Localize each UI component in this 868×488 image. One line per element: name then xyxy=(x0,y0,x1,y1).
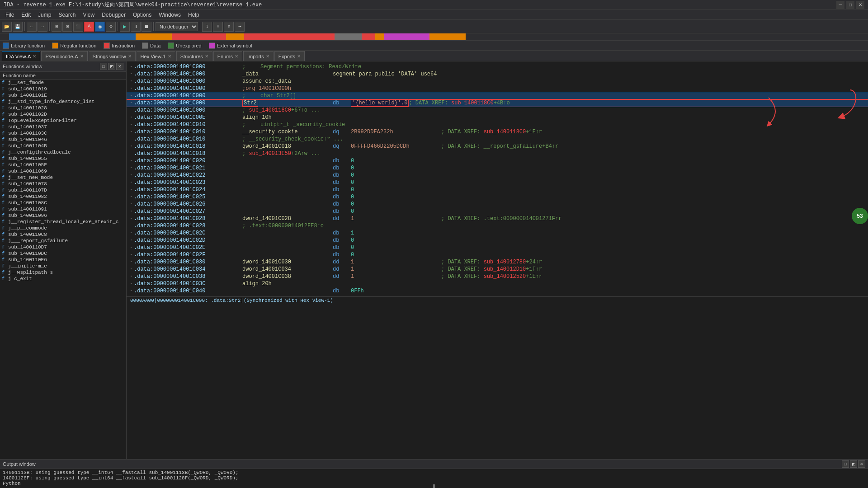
function-list-item[interactable]: fj___report_gsfailure xyxy=(0,238,126,244)
disasm-line[interactable]: ·.data:000000014001C010__security_cookie… xyxy=(127,128,868,136)
functions-panel-float[interactable]: ✕ xyxy=(116,63,123,70)
function-list-item[interactable]: fsub_140011082 xyxy=(0,193,126,200)
disasm-line[interactable]: ·.data:000000014001C034dword_14001C034dd… xyxy=(127,266,868,273)
disasm-line[interactable]: ·.data:000000014001C000 ;org 14001C000h xyxy=(127,85,868,92)
function-list-item[interactable]: fsub_140011028 xyxy=(0,105,126,111)
disasm-line[interactable]: ·.data:000000014001C028dword_14001C028dd… xyxy=(127,215,868,222)
function-list-item[interactable]: fj__set_fmode xyxy=(0,80,126,86)
toolbar-save[interactable]: 💾 xyxy=(13,22,23,32)
menu-edit[interactable]: Edit xyxy=(18,11,34,19)
function-list-item[interactable]: fj__std_type_info_destroy_list xyxy=(0,99,126,105)
function-list-item[interactable]: fj__initterm_e xyxy=(0,263,126,269)
function-list-item[interactable]: fsub_14001105F xyxy=(0,162,126,168)
disasm-line[interactable]: ·.data:000000014001C000; char Str2[] xyxy=(127,92,868,99)
function-list-item[interactable]: fsub_140011019 xyxy=(0,86,126,92)
toolbar-pause[interactable]: ⏸ xyxy=(131,22,141,32)
disasm-line[interactable]: ·.data:000000014001C023db 0 xyxy=(127,179,868,186)
function-list-item[interactable]: fsub_14001104B xyxy=(0,143,126,149)
disasm-line[interactable]: ·.data:000000014001C040db 0FFh xyxy=(127,287,868,295)
function-list-item[interactable]: fj__set_new_mode xyxy=(0,174,126,181)
function-list-item[interactable]: fsub_140011037 xyxy=(0,124,126,130)
function-list-item[interactable]: fsub_14001103C xyxy=(0,130,126,136)
functions-list[interactable]: fj__set_fmodefsub_140011019fsub_14001101… xyxy=(0,80,126,459)
toolbar-run[interactable]: ▶ xyxy=(120,22,130,32)
function-list-item[interactable]: fTopLevelExceptionFilter xyxy=(0,117,126,124)
function-list-item[interactable]: fj__register_thread_local_exe_atexit_c xyxy=(0,219,126,225)
tab-hex-view-1[interactable]: Hex View-1✕ xyxy=(137,51,175,61)
tab-ida-view-a[interactable]: IDA View-A✕ xyxy=(2,51,40,61)
tab-pseudocode-a[interactable]: Pseudocode-A✕ xyxy=(41,51,87,61)
function-list-item[interactable]: fsub_14001102D xyxy=(0,111,126,117)
toolbar-btn6[interactable]: ⚙ xyxy=(106,22,116,32)
minimize-button[interactable]: ─ xyxy=(836,1,844,9)
tab-enums[interactable]: Enums✕ xyxy=(213,51,242,61)
tab-close-button[interactable]: ✕ xyxy=(205,54,208,59)
function-list-item[interactable]: fsub_1400110D7 xyxy=(0,244,126,250)
menu-file[interactable]: File xyxy=(2,11,18,19)
disasm-line[interactable]: ·.data:000000014001C02Fdb 0 xyxy=(127,251,868,258)
disasm-line[interactable]: ·.data:000000014001C02Edb 0 xyxy=(127,244,868,251)
function-list-item[interactable]: fj__p__commode xyxy=(0,225,126,231)
toolbar-copy[interactable]: ⊞ xyxy=(52,22,61,32)
output-panel-x[interactable]: ✕ xyxy=(858,460,865,468)
toolbar-btn4[interactable]: A xyxy=(84,22,94,32)
function-list-item[interactable]: fsub_140011091 xyxy=(0,206,126,212)
tab-exports[interactable]: Exports✕ xyxy=(274,51,305,61)
toolbar-stop[interactable]: ⏹ xyxy=(142,22,151,32)
functions-panel-dock[interactable]: ◩ xyxy=(108,63,115,70)
tab-imports[interactable]: Imports✕ xyxy=(243,51,274,61)
disasm-line[interactable]: .data:000000014001C028 ; .text:000000014… xyxy=(127,222,868,230)
toolbar-step-over[interactable]: ⤵ xyxy=(202,22,212,32)
toolbar-btn3[interactable]: ⬛ xyxy=(73,22,83,32)
menu-options[interactable]: Options xyxy=(129,11,155,19)
tab-close-button[interactable]: ✕ xyxy=(33,54,36,59)
disasm-line[interactable]: ·.data:000000014001C027db 0 xyxy=(127,208,868,215)
function-list-item[interactable]: fsub_140011055 xyxy=(0,155,126,162)
function-list-item[interactable]: fsub_1400110C8 xyxy=(0,231,126,238)
function-list-item[interactable]: fsub_14001107D xyxy=(0,187,126,193)
function-list-item[interactable]: fsub_140011069 xyxy=(0,168,126,174)
toolbar-step-into[interactable]: ⇩ xyxy=(213,22,223,32)
toolbar-btn5[interactable]: ◉ xyxy=(95,22,105,32)
function-list-item[interactable]: fj__configthreadlocale xyxy=(0,149,126,155)
disasm-line[interactable]: ·.data:000000014001C03C align 20h xyxy=(127,280,868,287)
disasm-line[interactable]: ·.data:000000014001C030dword_14001C030dd… xyxy=(127,258,868,266)
function-list-item[interactable]: fsub_140011096 xyxy=(0,212,126,219)
output-panel-float[interactable]: ◩ xyxy=(850,460,857,468)
disasm-line[interactable]: ·.data:000000014001C02Cdb 1 xyxy=(127,230,868,237)
function-list-item[interactable]: fj__wsplitpath_s xyxy=(0,269,126,276)
tab-structures[interactable]: Structures✕ xyxy=(176,51,212,61)
disasm-line[interactable]: ·.data:000000014001C000Str2db'{hello_wor… xyxy=(127,99,868,107)
tab-close-button[interactable]: ✕ xyxy=(266,54,269,59)
function-list-item[interactable]: fsub_1400110E6 xyxy=(0,257,126,263)
functions-panel-close[interactable]: □ xyxy=(100,63,107,70)
tab-close-button[interactable]: ✕ xyxy=(168,54,171,59)
function-list-item[interactable]: fsub_140011078 xyxy=(0,181,126,187)
toolbar-paste[interactable]: ⊠ xyxy=(62,22,72,32)
disasm-line[interactable]: .data:000000014001C010 ; __security_chec… xyxy=(127,136,868,143)
disasm-line[interactable]: ·.data:000000014001C00E align 10h xyxy=(127,114,868,121)
function-list-item[interactable]: fsub_140011046 xyxy=(0,136,126,143)
debugger-selector[interactable]: No debugger xyxy=(156,22,198,31)
disasm-line[interactable]: ·.data:000000014001C024db 0 xyxy=(127,186,868,193)
disasm-line[interactable]: ·.data:000000014001C026db 0 xyxy=(127,201,868,208)
output-panel-close[interactable]: □ xyxy=(842,460,849,468)
disasm-line[interactable]: ·.data:000000014001C038dword_14001C038dd… xyxy=(127,273,868,280)
function-list-item[interactable]: fj c_exit xyxy=(0,276,126,282)
tab-close-button[interactable]: ✕ xyxy=(80,54,84,59)
disasm-line[interactable]: ·.data:000000014001C000_data segment par… xyxy=(127,70,868,78)
menu-search[interactable]: Search xyxy=(55,11,79,19)
disasm-line[interactable]: ·.data:000000014001C021db 0 xyxy=(127,164,868,172)
menu-debugger[interactable]: Debugger xyxy=(98,11,129,19)
disasm-line[interactable]: ·.data:000000014001C010; uintptr_t _secu… xyxy=(127,121,868,128)
tab-close-button[interactable]: ✕ xyxy=(297,54,301,59)
toolbar-run-to[interactable]: ⇥ xyxy=(235,22,245,32)
disasm-line[interactable]: .data:000000014001C000 ; sub_1400118C0+6… xyxy=(127,107,868,114)
disasm-line[interactable]: ·.data:000000014001C022db 0 xyxy=(127,172,868,179)
menu-view[interactable]: View xyxy=(79,11,98,19)
toolbar-open[interactable]: 📂 xyxy=(2,22,12,32)
maximize-button[interactable]: □ xyxy=(846,1,854,9)
disasm-line[interactable]: .data:000000014001C018 ; sub_140013E50+2… xyxy=(127,150,868,157)
disasm-line[interactable]: ·.data:000000014001C000; Segment permiss… xyxy=(127,63,868,70)
disasm-line[interactable]: ·.data:000000014001C02Ddb 0 xyxy=(127,237,868,244)
